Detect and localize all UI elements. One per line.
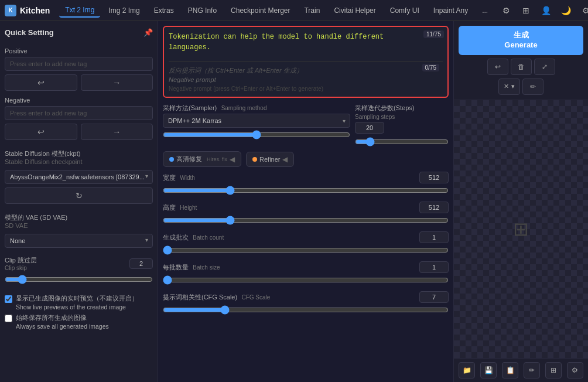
sampler-steps-row: 采样方法(Sampler) Sampling method DPM++ 2M K… — [163, 104, 449, 146]
clipboard-icon[interactable]: 📋 — [502, 362, 518, 378]
expand-button[interactable]: ⤢ — [534, 59, 555, 75]
positive-tag-input[interactable] — [5, 57, 153, 71]
live-preview-checkbox[interactable] — [5, 295, 12, 303]
vae-select-wrapper: None — [5, 231, 153, 248]
delete-button[interactable]: 🗑 — [511, 59, 532, 75]
controls-section: 采样方法(Sampler) Sampling method DPM++ 2M K… — [163, 104, 449, 316]
app-logo: K Kitchen — [5, 5, 50, 16]
checkbox-always-save: 始终保存所有生成的图像 Always save all generated im… — [5, 313, 153, 330]
steps-group: 采样迭代步数(Steps) Sampling steps 20 — [355, 104, 449, 146]
grid-icon[interactable]: ⊞ — [518, 3, 534, 18]
features-row: 高清修复 Hires. fix ◀ Refiner ◀ — [163, 151, 449, 167]
batch-count-value: 1 — [419, 231, 449, 243]
width-value-row: 宽度 Width 512 — [163, 172, 449, 183]
sidebar: Quick Setting 📌 Positive ↩ → Negative ↩ … — [0, 21, 158, 382]
cfg-label: 提示词相关性(CFG Scale) CFG Scale — [163, 293, 270, 302]
steps-value: 20 — [355, 122, 384, 134]
negative-undo-btn[interactable]: ↩ — [5, 124, 77, 140]
center-content: 11/75 Tokenization can help the model to… — [158, 21, 453, 382]
negative-area[interactable]: 0/75 反向提示词（按 Ctrl+Enter 或 Alt+Enter 生成） … — [169, 61, 443, 92]
clip-row: Clip 跳过层 Clip skip 2 — [5, 256, 153, 271]
save-icon[interactable]: 💾 — [480, 362, 497, 378]
negative-placeholder-en: Negative prompt — [169, 76, 443, 83]
grid-icon[interactable]: ⊞ — [545, 362, 562, 378]
sampler-group: 采样方法(Sampler) Sampling method DPM++ 2M K… — [163, 104, 350, 139]
vae-select[interactable]: None — [5, 234, 153, 248]
batch-count-slider[interactable] — [163, 245, 449, 255]
nav-tab-txt2img[interactable]: Txt 2 Img — [59, 4, 100, 18]
hires-fix-btn[interactable]: 高清修复 Hires. fix ◀ — [163, 151, 241, 167]
height-slider[interactable] — [163, 216, 449, 225]
sampler-select[interactable]: DPM++ 2M Karras — [163, 114, 350, 128]
nav-tab-more[interactable]: ... — [476, 4, 494, 17]
refiner-btn[interactable]: Refiner ◀ — [246, 152, 294, 167]
folder-icon[interactable]: 📁 — [459, 362, 475, 378]
positive-forward-btn[interactable]: → — [81, 74, 153, 91]
cfg-value-row: 提示词相关性(CFG Scale) CFG Scale 7 — [163, 291, 449, 303]
clip-label: Clip 跳过层 Clip skip — [5, 256, 37, 271]
nav-tab-civitaihelper[interactable]: Civitai Helper — [328, 4, 381, 17]
model-label: Stable Diffusion 模型(ckpt) Stable Diffusi… — [5, 149, 153, 165]
edit-icon[interactable]: ✏ — [524, 362, 540, 378]
steps-labels: 采样迭代步数(Steps) Sampling steps — [355, 104, 449, 121]
settings-icon[interactable]: ⚙ — [567, 362, 583, 378]
config-icon[interactable]: ⚙ — [578, 3, 588, 18]
canvas-placeholder-icon: ⊞ — [513, 218, 529, 240]
width-slider[interactable] — [163, 186, 449, 195]
generate-button[interactable]: 生成 Generate — [459, 26, 583, 55]
model-reload-btn[interactable]: ↻ — [5, 187, 153, 204]
always-save-checkbox[interactable] — [5, 315, 12, 322]
action-row-top: ↩ 🗑 ⤢ — [459, 59, 583, 75]
negative-hint: Negative prompt (press Ctrl+Enter or Alt… — [169, 86, 443, 92]
nav-tab-comfyui[interactable]: Comfy UI — [384, 4, 425, 17]
sidebar-title: Quick Setting — [5, 28, 54, 37]
negative-btn-row: ↩ → — [5, 124, 153, 140]
positive-section-label: Positive — [5, 47, 153, 54]
negative-tag-input[interactable] — [5, 106, 153, 120]
undo-button[interactable]: ↩ — [487, 59, 508, 75]
sampler-slider[interactable] — [163, 130, 350, 139]
hires-dot — [169, 157, 174, 162]
negative-forward-btn[interactable]: → — [81, 124, 153, 140]
batch-size-value-row: 每批数量 Batch size 1 — [163, 261, 449, 273]
positive-undo-btn[interactable]: ↩ — [5, 74, 77, 91]
batch-size-slider[interactable] — [163, 275, 449, 285]
hires-chevron-icon: ◀ — [230, 155, 235, 163]
nav-tab-img2img[interactable]: Img 2 Img — [102, 4, 145, 17]
sidebar-pin-button[interactable]: 📌 — [143, 28, 153, 37]
moon-icon[interactable]: 🌙 — [558, 3, 573, 18]
positive-counter: 11/75 — [423, 30, 444, 38]
clip-value: 2 — [129, 258, 153, 269]
model-select[interactable]: AbyssOrangeMix2_nsfw.safetensors [087329… — [5, 170, 153, 184]
prompt-box[interactable]: 11/75 Tokenization can help the model to… — [163, 26, 449, 98]
cfg-slider[interactable] — [163, 305, 449, 315]
clip-slider[interactable] — [5, 275, 153, 284]
width-value: 512 — [419, 172, 449, 183]
clip-slider-row — [5, 275, 153, 286]
nav-tab-extras[interactable]: Extras — [148, 4, 180, 17]
action-row-bottom: ✕ ▾ ✏ — [459, 79, 583, 95]
batch-size-group: 每批数量 Batch size 1 — [163, 261, 449, 286]
refiner-dot — [252, 157, 257, 162]
cfg-scale-group: 提示词相关性(CFG Scale) CFG Scale 7 — [163, 291, 449, 316]
vae-label: 模型的 VAE (SD VAE) SD VAE — [5, 213, 153, 229]
right-panel: 生成 Generate ↩ 🗑 ⤢ ✕ ▾ ✏ ⊞ 📁 💾 📋 ✏ ⊞ ⚙ — [453, 21, 588, 382]
profile-icon[interactable]: 👤 — [538, 3, 553, 18]
settings-icon[interactable]: ⚙ — [498, 3, 514, 18]
nav-icon-group: ⚙ ⊞ 👤 🌙 ⚙ — [498, 3, 588, 18]
nav-tab-inpaintany[interactable]: Inpaint Any — [428, 4, 474, 17]
nav-tab-pnginfo[interactable]: PNG Info — [182, 4, 223, 17]
checkboxes-section: 显示已生成图像的实时预览（不建议开启） Show live previews o… — [5, 292, 153, 333]
positive-prompt-text[interactable]: Tokenization can help the model to handl… — [169, 32, 443, 55]
close-x-button[interactable]: ✕ ▾ — [498, 79, 519, 95]
main-layout: Quick Setting 📌 Positive ↩ → Negative ↩ … — [0, 21, 588, 382]
right-top-actions: 生成 Generate ↩ 🗑 ⤢ ✕ ▾ ✏ — [454, 21, 588, 100]
nav-tab-checkpointmerger[interactable]: Checkpoint Merger — [225, 4, 296, 17]
batch-size-value: 1 — [419, 261, 449, 273]
negative-section-label: Negative — [5, 97, 153, 104]
nav-tab-train[interactable]: Train — [298, 4, 326, 17]
negative-counter: 0/75 — [422, 64, 439, 71]
edit-button[interactable]: ✏ — [522, 79, 543, 95]
steps-value-row: 20 — [355, 122, 449, 134]
steps-slider[interactable] — [355, 137, 449, 146]
